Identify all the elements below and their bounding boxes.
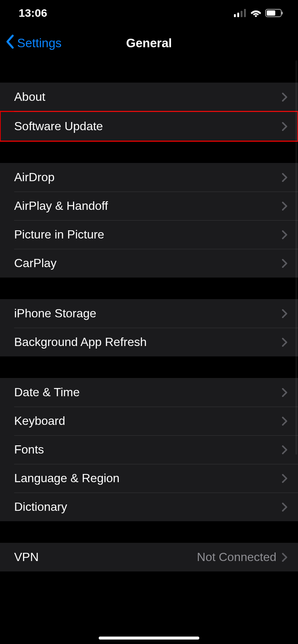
- chevron-right-icon: [282, 388, 288, 397]
- row-airdrop[interactable]: AirDrop: [0, 163, 298, 192]
- settings-content: AboutSoftware UpdateAirDropAirPlay & Han…: [0, 60, 298, 571]
- settings-group: VPNNot Connected: [0, 543, 298, 571]
- row-trailing: [282, 388, 288, 397]
- status-icons: [234, 9, 283, 17]
- settings-group: Date & TimeKeyboardFontsLanguage & Regio…: [0, 378, 298, 521]
- row-label: iPhone Storage: [14, 307, 96, 320]
- row-about[interactable]: About: [0, 83, 298, 111]
- back-button[interactable]: Settings: [4, 26, 61, 60]
- row-trailing: [282, 309, 288, 318]
- svg-rect-6: [267, 10, 275, 16]
- row-label: AirPlay & Handoff: [14, 199, 108, 213]
- row-label: Dictionary: [14, 500, 67, 514]
- group-separator: [0, 521, 298, 543]
- home-indicator[interactable]: [99, 637, 199, 640]
- wifi-icon: [250, 9, 261, 17]
- row-vpn[interactable]: VPNNot Connected: [0, 543, 298, 571]
- row-language-region[interactable]: Language & Region: [0, 464, 298, 493]
- chevron-right-icon: [282, 416, 288, 426]
- row-carplay[interactable]: CarPlay: [0, 249, 298, 278]
- row-label: CarPlay: [14, 256, 57, 270]
- row-trailing: [282, 445, 288, 455]
- row-value: Not Connected: [197, 550, 276, 564]
- row-trailing: Not Connected: [197, 550, 288, 564]
- cellular-signal-icon: [234, 9, 247, 17]
- row-trailing: [282, 416, 288, 426]
- chevron-right-icon: [282, 502, 288, 512]
- svg-rect-3: [244, 9, 246, 17]
- chevron-right-icon: [282, 92, 288, 102]
- chevron-right-icon: [282, 445, 288, 455]
- chevron-left-icon: [4, 34, 15, 52]
- row-label: Picture in Picture: [14, 228, 104, 241]
- back-label: Settings: [17, 36, 61, 50]
- svg-rect-7: [282, 12, 283, 15]
- settings-group: AboutSoftware Update: [0, 83, 298, 141]
- group-separator: [0, 60, 298, 83]
- row-pip[interactable]: Picture in Picture: [0, 220, 298, 249]
- row-label: AirDrop: [14, 170, 54, 184]
- chevron-right-icon: [282, 474, 288, 483]
- chevron-right-icon: [282, 201, 288, 211]
- chevron-right-icon: [282, 552, 288, 562]
- row-label: VPN: [14, 550, 39, 564]
- row-trailing: [282, 259, 288, 268]
- row-label: Software Update: [14, 119, 103, 133]
- svg-point-4: [255, 15, 257, 17]
- row-label: Keyboard: [14, 414, 65, 428]
- row-fonts[interactable]: Fonts: [0, 435, 298, 464]
- svg-rect-1: [237, 13, 239, 17]
- row-date-time[interactable]: Date & Time: [0, 378, 298, 407]
- chevron-right-icon: [282, 173, 288, 182]
- group-separator: [0, 141, 298, 163]
- row-airplay-handoff[interactable]: AirPlay & Handoff: [0, 192, 298, 220]
- status-bar: 13:06: [0, 0, 298, 26]
- page-title: General: [126, 36, 172, 50]
- group-separator: [0, 356, 298, 378]
- row-trailing: [282, 230, 288, 240]
- row-iphone-storage[interactable]: iPhone Storage: [0, 299, 298, 328]
- chevron-right-icon: [282, 309, 288, 318]
- row-trailing: [282, 173, 288, 182]
- chevron-right-icon: [282, 122, 288, 131]
- row-bg-app-refresh[interactable]: Background App Refresh: [0, 328, 298, 356]
- svg-rect-2: [241, 11, 242, 17]
- row-keyboard[interactable]: Keyboard: [0, 407, 298, 435]
- row-trailing: [282, 337, 288, 347]
- chevron-right-icon: [282, 230, 288, 240]
- settings-group: iPhone StorageBackground App Refresh: [0, 299, 298, 356]
- row-trailing: [282, 201, 288, 211]
- settings-group: AirDropAirPlay & HandoffPicture in Pictu…: [0, 163, 298, 278]
- row-trailing: [282, 92, 288, 102]
- row-software-update[interactable]: Software Update: [0, 111, 298, 141]
- row-label: Fonts: [14, 443, 44, 456]
- chevron-right-icon: [282, 337, 288, 347]
- chevron-right-icon: [282, 259, 288, 268]
- group-separator: [0, 278, 298, 299]
- row-trailing: [282, 502, 288, 512]
- scroll-indicator: [295, 60, 297, 455]
- row-trailing: [282, 474, 288, 483]
- row-label: Date & Time: [14, 385, 80, 399]
- row-label: Language & Region: [14, 471, 120, 485]
- status-time: 13:06: [19, 7, 47, 19]
- row-trailing: [282, 122, 288, 131]
- row-dictionary[interactable]: Dictionary: [0, 493, 298, 521]
- row-label: About: [14, 90, 45, 104]
- navigation-bar: Settings General: [0, 26, 298, 60]
- row-label: Background App Refresh: [14, 335, 147, 349]
- battery-icon: [265, 9, 283, 17]
- svg-rect-0: [234, 14, 236, 17]
